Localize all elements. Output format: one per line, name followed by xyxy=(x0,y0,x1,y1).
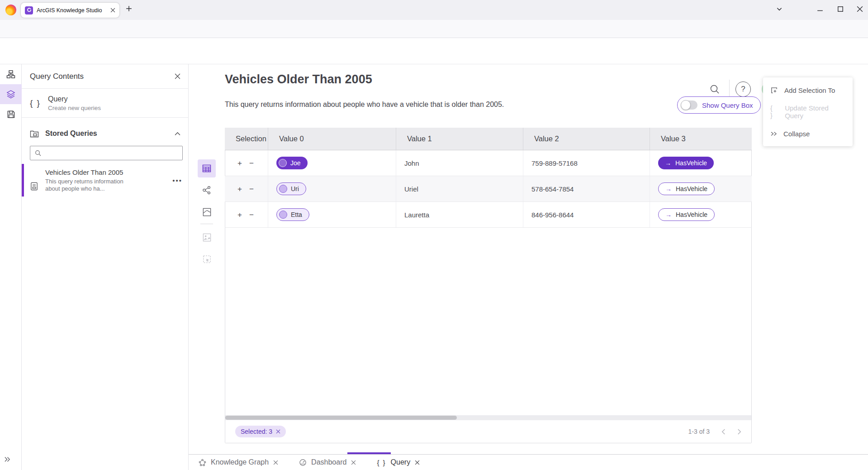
selected-count-chip[interactable]: Selected: 3 xyxy=(235,426,286,437)
clear-selection-icon[interactable] xyxy=(276,429,280,434)
query-result-title: Vehicles Older Than 2005 xyxy=(225,72,372,86)
search-icon[interactable] xyxy=(707,81,723,97)
cell-value1: John xyxy=(404,159,419,167)
firefox-logo-icon[interactable] xyxy=(5,5,16,15)
folder-icon xyxy=(30,129,39,138)
row-remove-icon[interactable]: − xyxy=(249,211,254,219)
entity-dot-icon xyxy=(279,159,287,167)
scrollbar-thumb[interactable] xyxy=(225,416,457,420)
toggle-knob[interactable] xyxy=(681,100,691,110)
save-icon[interactable] xyxy=(0,104,22,124)
table-view-icon[interactable] xyxy=(198,159,216,177)
panel-close-icon[interactable] xyxy=(175,73,180,79)
pagination-label: 1-3 of 3 xyxy=(688,428,710,435)
table-row[interactable]: + − Etta Lauretta 846-956-8644 →HasVehic… xyxy=(225,202,752,228)
tab-knowledge-graph[interactable]: Knowledge Graph xyxy=(191,455,285,470)
table-row[interactable]: + − Joe John 759-889-57168 →HasVehicle xyxy=(225,150,752,176)
col-header-value1[interactable]: Value 1 xyxy=(396,128,523,150)
tab-query[interactable]: { } Query xyxy=(370,455,427,470)
help-icon[interactable]: ? xyxy=(735,82,751,97)
tab-dashboard[interactable]: Dashboard xyxy=(292,455,363,470)
close-window-button[interactable] xyxy=(857,6,863,12)
minimize-button[interactable] xyxy=(817,6,823,12)
browser-tab-strip: ArcGIS Knowledge Studio xyxy=(0,0,868,20)
arcgis-favicon-icon xyxy=(25,6,33,14)
show-query-box-label: Show Query Box xyxy=(702,101,753,109)
map-view-icon[interactable] xyxy=(198,203,216,221)
context-menu: Add Selection To { } Update Stored Query… xyxy=(763,77,853,146)
tab-label: Knowledge Graph xyxy=(211,458,269,466)
entity-pill[interactable]: Joe xyxy=(276,157,308,169)
link-chart-icon[interactable] xyxy=(198,181,216,199)
horizontal-scrollbar[interactable] xyxy=(225,415,751,420)
braces-icon: { } xyxy=(30,98,41,108)
stored-queries-header[interactable]: Stored Queries xyxy=(22,123,189,144)
toolbar-divider xyxy=(200,224,213,224)
selection-tool-icon xyxy=(198,250,216,268)
menu-item-update-stored-query: { } Update Stored Query xyxy=(763,101,853,123)
menu-item-add-selection-to[interactable]: Add Selection To xyxy=(763,79,853,101)
col-header-selection[interactable]: Selection xyxy=(225,128,268,150)
show-query-box-toggle[interactable]: Show Query Box xyxy=(677,96,761,114)
relationship-pill[interactable]: →HasVehicle xyxy=(658,182,715,195)
expand-rail-icon[interactable] xyxy=(0,452,22,466)
next-page-icon[interactable] xyxy=(737,429,741,435)
tab-title: ArcGIS Knowledge Studio xyxy=(37,7,107,14)
cell-value1: Lauretta xyxy=(404,211,429,219)
entity-pill[interactable]: Uri xyxy=(276,182,306,195)
new-query-item[interactable]: { } Query Create new queries xyxy=(22,89,189,118)
list-tabs-chevron-icon[interactable] xyxy=(776,6,783,12)
relation-arrow-icon: → xyxy=(665,159,671,167)
panel-header: Query Contents xyxy=(22,64,189,89)
braces-icon: { } xyxy=(770,105,778,119)
browser-nav-bar: https://dev0028833.esri.com/portal/apps/… xyxy=(0,20,868,38)
toggle-track[interactable] xyxy=(681,101,697,110)
col-header-value0[interactable]: Value 0 xyxy=(268,128,396,150)
row-remove-icon[interactable]: − xyxy=(249,159,254,167)
left-icon-rail xyxy=(0,64,22,470)
collapse-section-chevron-icon[interactable] xyxy=(175,132,180,136)
tab-label: Query xyxy=(391,458,411,466)
stored-query-item[interactable]: Vehicles Older Than 2005 This query retu… xyxy=(22,164,189,197)
cell-value2: 759-889-57168 xyxy=(531,159,578,167)
row-add-icon[interactable]: + xyxy=(237,185,242,193)
selected-indicator-bar xyxy=(22,164,24,197)
col-header-value2[interactable]: Value 2 xyxy=(523,128,650,150)
cell-value2: 846-956-8644 xyxy=(531,211,574,219)
selected-count-label: Selected: 3 xyxy=(241,428,272,435)
stored-queries-title: Stored Queries xyxy=(45,129,168,138)
add-selection-icon xyxy=(770,86,778,94)
contents-layers-icon[interactable] xyxy=(0,84,22,104)
tab-close-icon[interactable] xyxy=(273,460,278,465)
cell-value2: 578-654-7854 xyxy=(531,185,574,193)
prev-page-icon[interactable] xyxy=(721,429,726,435)
maximize-button[interactable] xyxy=(837,6,844,12)
menu-item-collapse[interactable]: Collapse xyxy=(763,123,853,144)
row-add-icon[interactable]: + xyxy=(237,159,242,167)
menu-item-label: Collapse xyxy=(783,130,810,138)
search-input[interactable] xyxy=(45,150,178,157)
col-header-value3[interactable]: Value 3 xyxy=(650,128,751,150)
relationship-pill[interactable]: →HasVehicle xyxy=(658,157,714,169)
table-row[interactable]: + − Uri Uriel 578-654-7854 →HasVehicle xyxy=(225,176,752,202)
browser-tab[interactable]: ArcGIS Knowledge Studio xyxy=(21,3,119,18)
new-tab-button[interactable] xyxy=(126,5,132,12)
row-add-icon[interactable]: + xyxy=(237,211,242,219)
image-view-icon xyxy=(198,228,216,246)
entity-pill[interactable]: Etta xyxy=(276,208,309,221)
stored-query-options-icon[interactable]: ••• xyxy=(172,177,182,197)
stored-queries-search[interactable] xyxy=(30,146,183,160)
relation-arrow-icon: → xyxy=(665,185,672,192)
data-model-icon[interactable] xyxy=(0,64,22,84)
tab-close-icon[interactable] xyxy=(351,460,356,465)
cell-value1: Uriel xyxy=(404,185,418,193)
collapse-chevrons-icon xyxy=(770,131,777,137)
tab-close-icon[interactable] xyxy=(110,8,115,13)
relationship-pill[interactable]: →HasVehicle xyxy=(658,208,715,221)
header-divider xyxy=(729,80,730,99)
braces-icon: { } xyxy=(377,459,386,466)
panel-title: Query Contents xyxy=(30,72,175,81)
tab-close-icon[interactable] xyxy=(415,460,420,465)
row-remove-icon[interactable]: − xyxy=(249,185,254,193)
relation-arrow-icon: → xyxy=(665,211,672,218)
